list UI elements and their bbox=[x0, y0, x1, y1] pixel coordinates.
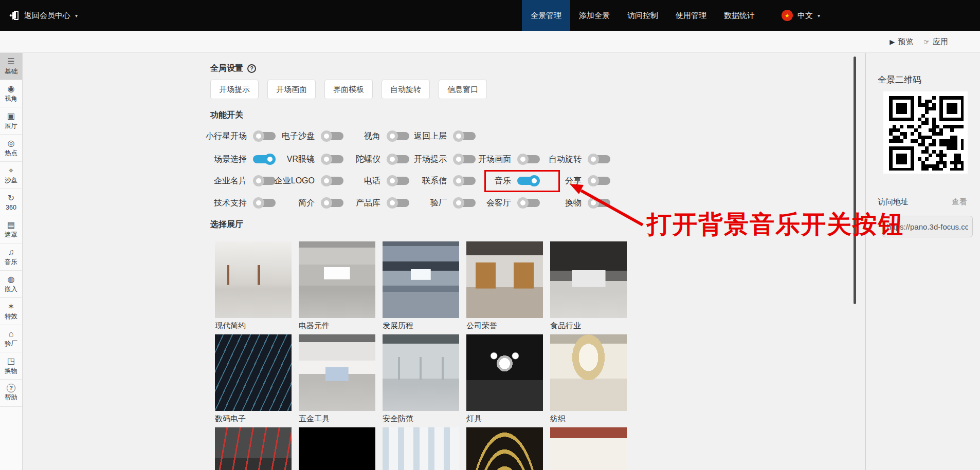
hall-tile[interactable] bbox=[383, 334, 459, 411]
hall-tile[interactable] bbox=[466, 334, 543, 411]
hall-tile-label: 数码电子 bbox=[215, 414, 246, 424]
global-setting-button-4[interactable]: 信息窗口 bbox=[439, 80, 487, 99]
toggle-knob bbox=[517, 154, 529, 165]
feature-toggle[interactable] bbox=[321, 130, 343, 142]
feature-toggle[interactable] bbox=[387, 130, 409, 142]
hall-tile[interactable] bbox=[299, 241, 375, 318]
feature-toggle[interactable] bbox=[253, 130, 276, 142]
qr-title: 全景二维码 bbox=[878, 74, 921, 86]
sidebar-item-factory[interactable]: ⌂验厂 bbox=[0, 325, 22, 352]
feature-toggle[interactable] bbox=[387, 175, 409, 186]
back-label: 返回会员中心 bbox=[24, 11, 70, 21]
apply-button[interactable]: ☞ 应用 bbox=[923, 37, 948, 47]
hall-tile-label: 公司荣誉 bbox=[466, 321, 497, 331]
feature-toggle[interactable] bbox=[321, 154, 343, 165]
toggle-knob bbox=[253, 197, 264, 209]
feature-toggle[interactable] bbox=[453, 130, 476, 142]
language-flag-icon: ★ bbox=[782, 10, 793, 21]
feature-toggle[interactable] bbox=[453, 154, 476, 165]
nav-item-1[interactable]: 添加全景 bbox=[570, 0, 619, 31]
app-root: { "topbar": { "back_label": "返回会员中心", "n… bbox=[0, 0, 980, 470]
hall-tile[interactable] bbox=[299, 334, 375, 411]
feature-switch: 换物 bbox=[588, 197, 610, 209]
hall-tile[interactable] bbox=[466, 427, 543, 470]
feature-toggle[interactable] bbox=[321, 175, 343, 186]
global-setting-button-1[interactable]: 开场画面 bbox=[267, 80, 316, 99]
hall-tile[interactable] bbox=[550, 241, 627, 318]
sidebar-item-list[interactable]: ☰基础 bbox=[0, 53, 22, 80]
global-setting-button-0[interactable]: 开场提示 bbox=[210, 80, 259, 99]
toggle-knob bbox=[264, 154, 276, 165]
hall-tile[interactable] bbox=[550, 334, 627, 411]
feature-toggle[interactable] bbox=[321, 197, 343, 209]
toggle-knob bbox=[529, 175, 540, 186]
hall-tile[interactable] bbox=[466, 241, 543, 318]
nav-item-3[interactable]: 使用管理 bbox=[667, 0, 715, 31]
feature-toggle[interactable] bbox=[387, 197, 409, 209]
feature-switch: 联系信 bbox=[453, 175, 476, 186]
feature-switch: 自动旋转 bbox=[588, 154, 610, 165]
hall-tile[interactable] bbox=[299, 427, 375, 470]
sidebar-item-sandbox[interactable]: ⌖沙盘 bbox=[0, 162, 22, 189]
feature-toggle[interactable] bbox=[453, 197, 476, 209]
nav-item-2[interactable]: 访问控制 bbox=[619, 0, 667, 31]
sidebar-item-label: 视角 bbox=[5, 95, 17, 103]
global-setting-button-3[interactable]: 自动旋转 bbox=[382, 80, 430, 99]
hall-tile[interactable] bbox=[383, 241, 459, 318]
feature-toggle[interactable] bbox=[517, 197, 540, 209]
music-toggle[interactable] bbox=[517, 175, 540, 186]
sidebar-item-swap[interactable]: ◳换物 bbox=[0, 352, 22, 380]
sidebar-item-music[interactable]: ♫音乐 bbox=[0, 243, 22, 271]
nav-item-4[interactable]: 数据统计 bbox=[715, 0, 764, 31]
feature-switch-label: 开场画面 bbox=[478, 154, 511, 165]
mask-icon: ▤ bbox=[7, 220, 15, 230]
language-selector[interactable]: ★ 中文 ▾ bbox=[782, 0, 820, 31]
feature-toggle[interactable] bbox=[253, 197, 276, 209]
feature-switch-label: 陀螺仪 bbox=[356, 154, 380, 165]
feature-toggle[interactable] bbox=[453, 175, 476, 186]
sidebar-item-r360[interactable]: ↻360 bbox=[0, 189, 22, 216]
feature-switch: 验厂 bbox=[453, 197, 476, 209]
sidebar-item-hall[interactable]: ▣展厅 bbox=[0, 107, 22, 135]
feature-switch: 返回上层 bbox=[453, 130, 476, 142]
music-icon: ♫ bbox=[8, 248, 14, 257]
sidebar-item-help[interactable]: ?帮助 bbox=[0, 380, 22, 407]
feature-switch-label: 视角 bbox=[364, 131, 380, 142]
help-icon[interactable]: ? bbox=[247, 64, 256, 73]
back-to-member-center-button[interactable]: 返回会员中心 ▾ bbox=[9, 0, 78, 31]
factory-icon: ⌂ bbox=[9, 329, 14, 339]
sidebar-item-embed[interactable]: ◍嵌入 bbox=[0, 271, 22, 298]
feature-toggle[interactable] bbox=[517, 154, 540, 165]
feature-switch-label: 产品库 bbox=[356, 198, 380, 209]
feature-toggle[interactable] bbox=[588, 197, 610, 209]
language-label: 中文 bbox=[797, 11, 813, 21]
feature-toggle[interactable] bbox=[253, 175, 276, 186]
sidebar-item-hotspot[interactable]: ◎热点 bbox=[0, 135, 22, 162]
feature-toggle[interactable] bbox=[588, 175, 610, 186]
feature-toggle[interactable] bbox=[253, 154, 276, 165]
sandbox-icon: ⌖ bbox=[9, 166, 13, 175]
view-link[interactable]: 查看 bbox=[952, 197, 967, 207]
sidebar-item-label: 热点 bbox=[5, 149, 17, 158]
hall-tile[interactable] bbox=[383, 427, 459, 470]
global-setting-button-2[interactable]: 界面模板 bbox=[324, 80, 373, 99]
hall-tile[interactable] bbox=[215, 334, 292, 411]
feature-switch-label: 企业名片 bbox=[214, 176, 247, 186]
hall-tile[interactable] bbox=[215, 427, 292, 470]
preview-button[interactable]: ▶ 预览 bbox=[890, 37, 913, 47]
feature-switch-label: 电子沙盘 bbox=[282, 131, 315, 142]
sidebar-item-effects[interactable]: ✶特效 bbox=[0, 298, 22, 325]
feature-switch-label: 换物 bbox=[565, 198, 582, 209]
hand-pointer-icon: ☞ bbox=[923, 38, 930, 46]
feature-toggle[interactable] bbox=[387, 154, 409, 165]
nav-item-0[interactable]: 全景管理 bbox=[522, 0, 570, 31]
hall-tile[interactable] bbox=[215, 241, 292, 318]
sidebar-item-eye[interactable]: ◉视角 bbox=[0, 80, 22, 107]
sidebar-item-mask[interactable]: ▤遮罩 bbox=[0, 216, 22, 243]
scrollbar[interactable] bbox=[854, 57, 856, 304]
hall-tile-label: 灯具 bbox=[466, 414, 482, 424]
feature-toggle[interactable] bbox=[588, 154, 610, 165]
feature-switch-label: 分享 bbox=[565, 176, 582, 186]
music-switch: 音乐 bbox=[517, 175, 540, 186]
hall-tile[interactable] bbox=[550, 427, 627, 470]
